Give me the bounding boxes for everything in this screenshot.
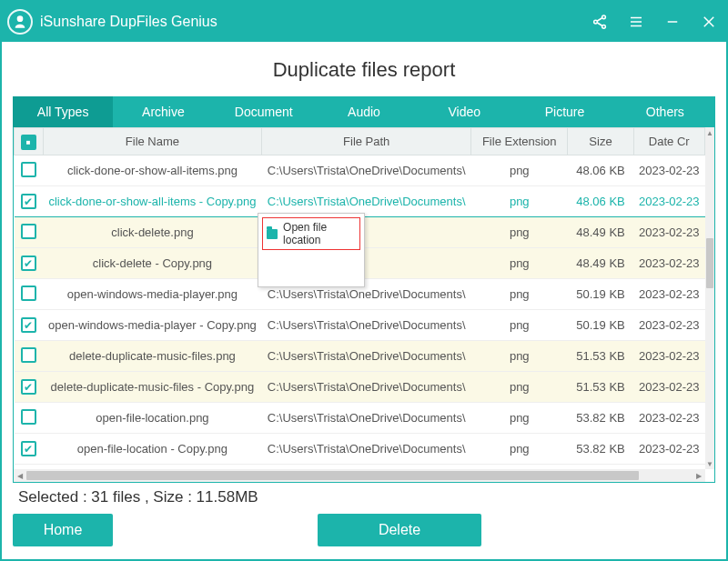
- cell-extension: png: [471, 155, 568, 186]
- scroll-down-icon[interactable]: ▼: [705, 458, 714, 469]
- cell-filepath: C:\Users\Trista\OneDrive\Documents\: [262, 310, 471, 341]
- app-title: iSunshare DupFiles Genius: [40, 14, 592, 30]
- footer: Home Delete: [2, 514, 726, 559]
- cell-date: 2023-02-23: [633, 155, 705, 186]
- content-area: All TypesArchiveDocumentAudioVideoPictur…: [2, 96, 726, 514]
- titlebar-controls: [592, 14, 717, 30]
- cell-filepath: C:\Users\Trista\OneDrive\Documents\: [262, 155, 471, 186]
- tab-document[interactable]: Document: [214, 96, 314, 127]
- cell-size: 53.82 KB: [568, 403, 633, 434]
- table-row[interactable]: click-done-or-show-all-items.pngC:\Users…: [15, 155, 705, 186]
- table-container: File Name File Path File Extension Size …: [13, 127, 715, 483]
- row-checkbox[interactable]: [21, 162, 36, 177]
- cell-filename: open-windows-media-player - Copy.png: [43, 310, 262, 341]
- row-checkbox[interactable]: [21, 194, 36, 209]
- row-checkbox[interactable]: [21, 286, 36, 301]
- context-item-label: Open file location: [283, 221, 356, 246]
- scroll-left-icon[interactable]: ◀: [14, 472, 26, 480]
- cell-filename: click-done-or-show-all-items.png: [43, 155, 262, 186]
- close-icon[interactable]: [701, 14, 717, 30]
- page-title: Duplicate files report: [2, 42, 726, 96]
- cell-filename: open-file-location - Copy.png: [43, 434, 262, 465]
- select-all-checkbox[interactable]: [21, 135, 36, 150]
- cell-size: 48.06 KB: [568, 155, 633, 186]
- cell-date: 2023-02-23: [633, 341, 705, 372]
- cell-filename: open-windows-media-player.png: [43, 279, 262, 310]
- cell-size: 48.49 KB: [568, 217, 633, 248]
- cell-filepath: C:\Users\Trista\OneDrive\Documents\: [262, 341, 471, 372]
- cell-filename: click-delete.png: [43, 217, 262, 248]
- row-checkbox[interactable]: [21, 409, 36, 425]
- cell-filename: delete-duplicate-music-files - Copy.png: [43, 372, 262, 403]
- cell-size: 50.19 KB: [568, 310, 633, 341]
- cell-size: 48.06 KB: [568, 186, 633, 217]
- filter-tabs: All TypesArchiveDocumentAudioVideoPictur…: [13, 96, 715, 127]
- tab-audio[interactable]: Audio: [314, 96, 414, 127]
- app-logo-icon: [7, 9, 33, 35]
- row-checkbox[interactable]: [21, 379, 36, 395]
- cell-date: 2023-02-23: [633, 248, 705, 279]
- tab-picture[interactable]: Picture: [514, 96, 614, 127]
- cell-filename: click-done-or-show-all-items - Copy.png: [43, 186, 262, 217]
- cell-size: 51.53 KB: [568, 341, 633, 372]
- folder-icon: [267, 229, 278, 239]
- minimize-icon[interactable]: [664, 14, 681, 30]
- row-checkbox[interactable]: [21, 255, 36, 271]
- cell-size: 48.49 KB: [568, 248, 633, 279]
- cell-filename: open-file-location.png: [43, 403, 262, 434]
- vertical-scrollbar[interactable]: ▲ ▼: [705, 127, 714, 469]
- tab-all-types[interactable]: All Types: [13, 96, 113, 127]
- cell-extension: png: [471, 217, 568, 248]
- cell-date: 2023-02-23: [633, 217, 705, 248]
- svg-line-3: [597, 18, 602, 22]
- horizontal-scrollbar[interactable]: ◀ ▶: [14, 469, 705, 482]
- cell-extension: png: [471, 341, 568, 372]
- titlebar: iSunshare DupFiles Genius: [2, 2, 726, 42]
- delete-button[interactable]: Delete: [318, 514, 481, 546]
- cell-extension: png: [471, 279, 568, 310]
- tab-video[interactable]: Video: [414, 96, 514, 127]
- table-row[interactable]: open-windows-media-player - Copy.pngC:\U…: [15, 310, 705, 341]
- share-icon[interactable]: [592, 14, 608, 30]
- cell-extension: png: [471, 434, 568, 465]
- home-button[interactable]: Home: [13, 514, 113, 546]
- tab-others[interactable]: Others: [615, 96, 715, 127]
- files-table: File Name File Path File Extension Size …: [14, 127, 705, 465]
- row-checkbox[interactable]: [21, 317, 36, 333]
- cell-date: 2023-02-23: [633, 279, 705, 310]
- col-extension[interactable]: File Extension: [471, 128, 568, 155]
- col-size[interactable]: Size: [568, 128, 633, 155]
- table-row[interactable]: open-file-location.pngC:\Users\Trista\On…: [15, 403, 705, 434]
- tab-archive[interactable]: Archive: [113, 96, 213, 127]
- menu-icon[interactable]: [628, 14, 644, 30]
- status-bar: Selected : 31 files , Size : 11.58MB: [13, 483, 715, 514]
- hscroll-thumb[interactable]: [26, 471, 639, 480]
- cell-extension: png: [471, 310, 568, 341]
- context-menu: Open file location: [258, 213, 365, 287]
- col-filename[interactable]: File Name: [43, 128, 262, 155]
- scroll-up-icon[interactable]: ▲: [705, 127, 714, 138]
- open-file-location-menuitem[interactable]: Open file location: [262, 217, 360, 250]
- app-window: iSunshare DupFiles Genius Duplicate file…: [0, 0, 728, 561]
- cell-extension: png: [471, 248, 568, 279]
- cell-date: 2023-02-23: [633, 186, 705, 217]
- table-row[interactable]: delete-duplicate-music-files - Copy.pngC…: [15, 372, 705, 403]
- row-checkbox[interactable]: [21, 441, 36, 456]
- table-row[interactable]: open-file-location - Copy.pngC:\Users\Tr…: [15, 434, 705, 465]
- cell-date: 2023-02-23: [633, 310, 705, 341]
- cell-extension: png: [471, 372, 568, 403]
- cell-extension: png: [471, 403, 568, 434]
- col-date[interactable]: Date Cr: [633, 128, 705, 155]
- cell-filename: delete-duplicate-music-files.png: [43, 341, 262, 372]
- cell-size: 51.53 KB: [568, 372, 633, 403]
- scroll-right-icon[interactable]: ▶: [693, 472, 705, 480]
- cell-size: 50.19 KB: [568, 279, 633, 310]
- col-filepath[interactable]: File Path: [262, 128, 471, 155]
- cell-date: 2023-02-23: [633, 403, 705, 434]
- table-row[interactable]: delete-duplicate-music-files.pngC:\Users…: [15, 341, 705, 372]
- vscroll-thumb[interactable]: [706, 238, 713, 288]
- cell-filepath: C:\Users\Trista\OneDrive\Documents\: [262, 403, 471, 434]
- cell-extension: png: [471, 186, 568, 217]
- row-checkbox[interactable]: [21, 224, 36, 239]
- row-checkbox[interactable]: [21, 347, 36, 363]
